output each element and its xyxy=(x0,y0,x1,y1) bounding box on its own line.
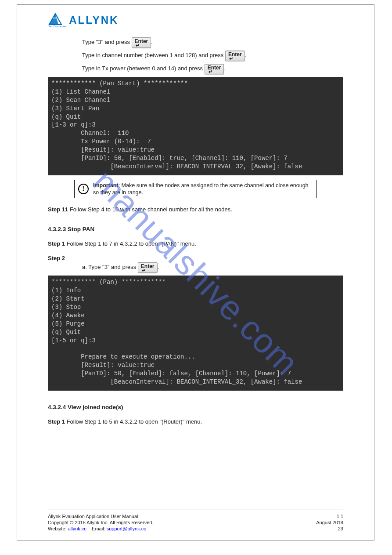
exclamation-icon: ! xyxy=(78,184,89,194)
step-11: Step 11 Follow Step 4 to 10 with same ch… xyxy=(48,206,343,213)
important-title: Important xyxy=(93,182,119,189)
logo-triangle-icon xyxy=(48,13,67,26)
footer-email-link[interactable]: support@allynk.cc xyxy=(107,526,146,531)
logo-tagline: Get Connected xyxy=(48,25,67,28)
stoppan-step1: Step 1 Follow Step 1 to 7 in 4.3.2.2 to … xyxy=(48,240,343,247)
brand-logo: Get Connected ALLYNK xyxy=(48,13,343,28)
footer-doc-title: Allynk Evaluation Application User Manua… xyxy=(48,514,138,519)
enter-key-icon: Enter↵ xyxy=(205,64,224,74)
footer-page-number: 23 xyxy=(338,526,343,531)
enter-key-icon: Enter↵ xyxy=(225,51,245,61)
enter-key-icon: Enter↵ xyxy=(132,37,151,48)
important-callout: ! Important: Make sure all the nodes are… xyxy=(74,180,317,199)
stoppan-step2-a: a. Type "3" and press Enter↵. xyxy=(82,262,343,273)
terminal-output-panstart: ************ (Pan Start) ************ (1… xyxy=(48,77,343,175)
logo-wordmark: ALLYNK xyxy=(69,14,119,26)
footer-website-link[interactable]: allynk.cc xyxy=(68,526,86,531)
footer-date: August 2018 xyxy=(316,520,343,525)
heading-view-joined: 4.3.2.4 View joined node(s) xyxy=(48,404,343,410)
heading-stop-pan: 4.3.2.3 Stop PAN xyxy=(48,226,343,232)
footer-website-label: Website: xyxy=(48,526,67,531)
page-footer: Allynk Evaluation Application User Manua… xyxy=(48,509,343,531)
enter-key-icon: Enter↵ xyxy=(138,262,158,273)
footer-copyright: Copyright © 2018 Allynk Inc. All Rights … xyxy=(48,520,153,525)
instruction-a2: Type in channel number (between 1 and 12… xyxy=(82,51,343,61)
footer-email-label: Email: xyxy=(92,526,105,531)
instruction-a1: Type "3" and press Enter↵. xyxy=(82,37,343,48)
footer-version: 1.1 xyxy=(337,514,343,519)
stoppan-step2: Step 2 xyxy=(48,255,343,261)
terminal-output-pan: ************ (Pan) ************ (1) Info… xyxy=(48,276,343,391)
instruction-a3: Type in Tx power (between 0 and 14) and … xyxy=(82,64,343,74)
viewjoin-step1: Step 1 Follow Step 1 to 5 in 4.3.2.2 to … xyxy=(48,418,343,425)
important-body: Make sure all the nodes are assigned to … xyxy=(93,182,309,196)
